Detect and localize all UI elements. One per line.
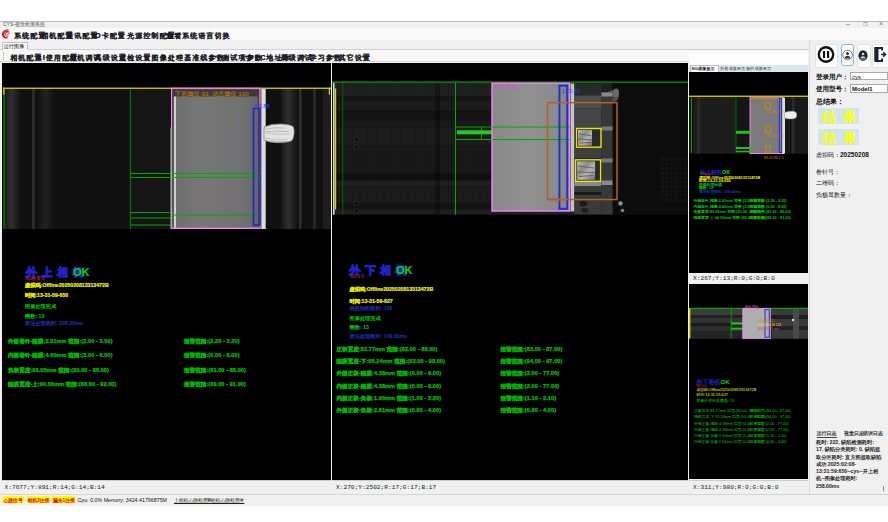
svg-text:相机拍照耗时: 156: 相机拍照耗时: 156	[348, 305, 392, 312]
svg-text:图像处理完成: 图像处理完成	[349, 314, 381, 321]
svg-text:92.11 83.05 90.56: 92.11 83.05 90.56	[752, 96, 780, 100]
svg-text:报警范围:(94.00 - 97.00): 报警范围:(94.00 - 97.00)	[499, 358, 562, 365]
svg-text:报警范围:(83.00 - 87.00): 报警范围:(83.00 - 87.00)	[750, 408, 792, 413]
svg-text:报警范围:(2.00 - 77.00): 报警范围:(2.00 - 77.00)	[499, 370, 559, 377]
svg-text:报警范围:(2.00 - 77.00): 报警范围:(2.00 - 77.00)	[499, 382, 559, 389]
svg-text:NG:0;0: NG:0;0	[349, 274, 364, 279]
svg-text:图像处理完成 圈数: 13: 图像处理完成 圈数: 13	[697, 398, 735, 403]
svg-text:报警范围:(2.20 - 3.20): 报警范围:(2.20 - 3.20)	[183, 337, 240, 344]
svg-text:报警范围:(2.20 - 3.20): 报警范围:(2.20 - 3.20)	[749, 198, 788, 203]
svg-text:正极宽度:83.77mm 范围:(82.00 - 88.00: 正极宽度:83.77mm 范围:(82.00 - 88.00)	[335, 344, 437, 352]
svg-text:报警范围:(0.00 - 8.00): 报警范围:(0.00 - 8.00)	[749, 203, 788, 208]
svg-text:报警范围:(81.00 - 85.00): 报警范围:(81.00 - 85.00)	[183, 366, 246, 373]
svg-text:报警范围:(89.00 - 91.00): 报警范围:(89.00 - 91.00)	[183, 381, 246, 388]
svg-text:NG数量:0: NG数量:0	[25, 275, 45, 280]
svg-text:虚拟码:Offline2025020813313472B: 虚拟码:Offline2025020813313472B	[697, 387, 757, 392]
svg-text:33.07 74.1: 33.07 74.1	[767, 133, 784, 137]
svg-text:隔膜宽度-下:95.24mm 范围:(93.00 - 98.: 隔膜宽度-下:95.24mm 范围:(93.00 - 98.00)	[336, 357, 445, 365]
svg-text:下面阈值:93, 动态阈值:100: 下面阈值:93, 动态阈值:100	[175, 89, 249, 97]
svg-text:报警范围:(1.10 - 2.10): 报警范围:(1.10 - 2.10)	[499, 394, 556, 401]
svg-text:53.88: 53.88	[255, 102, 271, 108]
svg-text:报警范围:(83.00 - 87.00): 报警范围:(83.00 - 87.00)	[499, 345, 562, 352]
svg-text:52.48 39.2: 52.48 39.2	[767, 110, 784, 114]
svg-text:时间:13-31-59-650: 时间:13-31-59-650	[25, 292, 68, 299]
svg-text:83.40 86.1 0: 83.40 86.1 0	[764, 156, 784, 160]
svg-text:内侧卷针-隔膜:4.60mm 范围:(3.00 - 6.00: 内侧卷针-隔膜:4.60mm 范围:(3.00 - 6.00)	[8, 352, 113, 359]
svg-text:83.05 90.5 mm: 83.05 90.5 mm	[758, 327, 780, 331]
svg-text:圈数: 13: 圈数: 13	[25, 313, 44, 320]
svg-text:报警范围:(0.00 - 8.00): 报警范围:(0.00 - 8.00)	[183, 352, 240, 359]
svg-text:报警范围:(2.00 - 77.00): 报警范围:(2.00 - 77.00)	[750, 427, 790, 432]
svg-text:内侧正极-负极:1.90mm 范围:(1.00 - 2.20: 内侧正极-负极:1.90mm 范围:(1.00 - 2.20)	[336, 394, 441, 401]
svg-text:报警范围:(0.60 - 4.00): 报警范围:(0.60 - 4.00)	[750, 439, 788, 444]
svg-text:OK: OK	[396, 264, 413, 276]
svg-text:图像处理完成: 图像处理完成	[25, 302, 57, 309]
svg-text:报警范围:(94.00 - 97.00): 报警范围:(94.00 - 97.00)	[750, 414, 792, 419]
svg-text:OK: OK	[73, 265, 90, 277]
svg-text:报警范围:(2.00 - 77.00): 报警范围:(2.00 - 77.00)	[750, 421, 790, 426]
svg-text:算法处理耗时: 208.00ms: 算法处理耗时: 208.00ms	[24, 320, 83, 327]
svg-text:报警范围:(81.00 - 85.00): 报警范围:(81.00 - 85.00)	[749, 209, 792, 214]
svg-text:外侧正极-负极:2.61mm 范围:(0.60 - 4.00: 外侧正极-负极:2.61mm 范围:(0.60 - 4.00)	[335, 407, 441, 414]
svg-text:外侧卷针-隔膜:2.91mm 范围:(2.00 - 3.50: 外侧卷针-隔膜:2.91mm 范围:(2.00 - 3.50)	[7, 337, 113, 344]
svg-text:算法处理耗时: 140.00ms: 算法处理耗时: 140.00ms	[348, 332, 407, 339]
svg-text:时间:13-31-59-627: 时间:13-31-59-627	[349, 297, 392, 304]
svg-text:报警范围:(89.00 - 91.00): 报警范围:(89.00 - 91.00)	[749, 214, 792, 219]
svg-text:圈数: 13: 圈数: 13	[349, 324, 368, 331]
svg-text:AI检测框: AI检测框	[494, 83, 518, 90]
svg-text:123.80: 123.80	[561, 88, 580, 94]
svg-text:隔膜宽度-上:90.56mm 范围:(88.00 - 92.: 隔膜宽度-上:90.56mm 范围:(88.00 - 92.00)	[8, 380, 117, 388]
svg-text:时间:13-31-59-627: 时间:13-31-59-627	[697, 392, 728, 397]
svg-text:负极宽度:83.05mm 范围:(80.00 - 86.00: 负极宽度:83.05mm 范围:(80.00 - 86.00)	[7, 365, 109, 373]
svg-text:AI检测框: AI检测框	[745, 304, 759, 309]
svg-text:内侧正极-隔膜:4.38mm 范围:(0.00 - 9.00: 内侧正极-隔膜:4.38mm 范围:(0.00 - 9.00)	[336, 382, 441, 389]
svg-text:报警范围:(1.10 - 2.10): 报警范围:(1.10 - 2.10)	[750, 433, 788, 438]
svg-text:报警范围:(0.60 - 4.00): 报警范围:(0.60 - 4.00)	[499, 407, 556, 414]
svg-text:AI,S:0.9: AI,S:0.9	[549, 197, 566, 202]
svg-text:算法处理耗时: 208.00ms: 算法处理耗时: 208.00ms	[699, 189, 741, 194]
svg-text:虚拟码:Offline2025020813313472B: 虚拟码:Offline2025020813313472B	[348, 286, 433, 293]
svg-text:外侧正极-隔膜:4.38mm 范围:(0.00 - 9.00: 外侧正极-隔膜:4.38mm 范围:(0.00 - 9.00)	[335, 370, 441, 377]
svg-text:虚拟码:Offline2025020813313472B: 虚拟码:Offline2025020813313472B	[24, 281, 109, 288]
